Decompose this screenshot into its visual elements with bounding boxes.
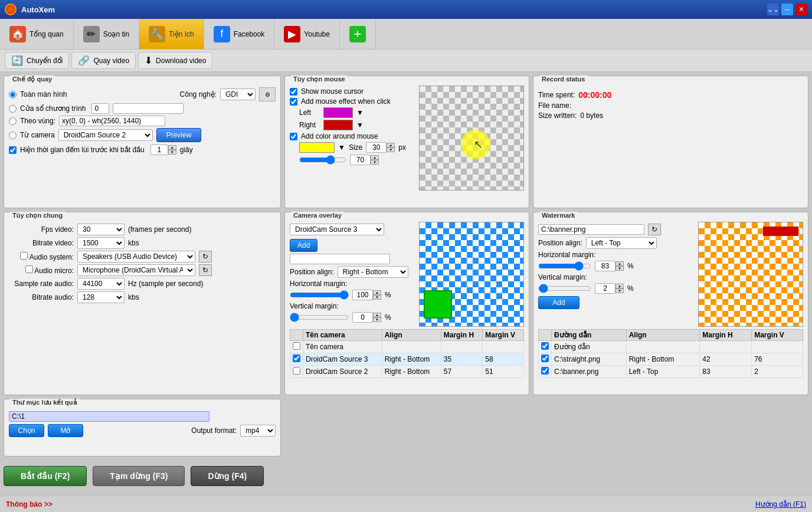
pause-button[interactable]: Tạm dừng (F3) <box>93 466 185 486</box>
add-effect-check[interactable] <box>290 98 297 106</box>
wm-row0-check[interactable] <box>541 342 549 350</box>
wm-hmargin-slider[interactable] <box>538 261 591 271</box>
left-color-dropdown[interactable]: ▼ <box>356 109 364 117</box>
cam-hmargin-input[interactable] <box>352 290 373 300</box>
sample-rate-select[interactable]: 441002205048000 <box>77 278 125 290</box>
nav-youtube[interactable]: ▶ Youtube <box>274 19 340 49</box>
table-row[interactable]: DroidCam Source 3 Right - Bottom 35 58 <box>290 353 524 365</box>
cam-hmargin-up[interactable]: ▲ <box>373 290 381 295</box>
right-color-swatch[interactable] <box>323 120 353 130</box>
choose-folder-button[interactable]: Chọn <box>9 424 44 437</box>
nav-facebook[interactable]: f Facebook <box>204 19 275 49</box>
table-row[interactable]: C:\straight.png Right - Bottom 42 76 <box>539 353 803 365</box>
status-left[interactable]: Thông báo >> <box>6 500 53 508</box>
size-down[interactable]: ▼ <box>387 147 395 152</box>
quayvideo-button[interactable]: 🔗 Quay video <box>71 52 136 69</box>
stop-button[interactable]: Dừng (F4) <box>191 466 264 486</box>
cam-hmargin-down[interactable]: ▼ <box>373 295 381 300</box>
wm-add-button[interactable]: Add <box>538 296 579 309</box>
cam-row2-check[interactable] <box>293 367 300 375</box>
cam-row0-check[interactable] <box>293 342 300 350</box>
folder-path-input[interactable] <box>9 411 209 422</box>
nav-plus[interactable]: + <box>340 19 376 49</box>
countdown-up[interactable]: ▲ <box>168 145 176 150</box>
refresh-audio-sys-btn[interactable]: ↻ <box>199 251 212 262</box>
wm-hmargin-down[interactable]: ▼ <box>615 266 624 271</box>
wm-hmargin-up[interactable]: ▲ <box>615 261 624 266</box>
add-color-check[interactable] <box>290 133 297 140</box>
nav-soantin[interactable]: ✏ Soạn tin <box>74 19 139 49</box>
fullscreen-radio[interactable] <box>9 91 17 99</box>
countdown-check[interactable] <box>9 146 17 154</box>
cam-vmargin-down[interactable]: ▼ <box>373 317 381 322</box>
table-row[interactable]: Tên camera <box>290 340 524 353</box>
cam-position-select[interactable]: Right - BottomLeft - TopCenter - Top <box>338 266 408 278</box>
show-cursor-check[interactable] <box>290 88 297 96</box>
format-select[interactable]: mp4avimkv <box>240 425 276 436</box>
bitrate-select[interactable]: 1500500100020004000 <box>77 237 125 249</box>
wm-vmargin-slider[interactable] <box>538 284 591 293</box>
nav-tienich[interactable]: 🔧 Tiện ích <box>139 19 204 49</box>
chuyendoi-button[interactable]: 🔄 Chuyển đổi <box>5 52 69 69</box>
bitrate-audio-select[interactable]: 12864192256 <box>77 291 125 303</box>
wm-browse-btn[interactable]: ↻ <box>648 224 661 235</box>
cam-vmargin-input[interactable] <box>352 312 373 323</box>
size-up[interactable]: ▲ <box>387 143 395 147</box>
minimize-button[interactable]: ─ <box>781 4 793 15</box>
cam-vmargin-slider[interactable] <box>290 313 349 322</box>
color-dropdown-btn[interactable]: ▼ <box>338 143 345 152</box>
wm-position-select[interactable]: Left - TopCenter - TopRight - TopRight -… <box>586 237 657 249</box>
start-button[interactable]: Bắt đầu (F2) <box>4 466 87 486</box>
window-radio[interactable] <box>9 105 17 113</box>
table-row[interactable]: Đường dẫn <box>539 340 803 353</box>
countdown-down[interactable]: ▼ <box>168 150 176 155</box>
camera-radio[interactable] <box>9 132 17 139</box>
wm-hmargin-unit: % <box>627 262 634 270</box>
audio-sys-select[interactable]: Speakers (USB Audio Device) <box>77 251 195 262</box>
cam-add-button[interactable]: Add <box>290 239 317 252</box>
window-id-input[interactable] <box>91 103 109 114</box>
fps-select[interactable]: 301520242560 <box>77 224 125 235</box>
close-button[interactable]: ✕ <box>795 4 807 15</box>
chevron-button[interactable]: ⌄⌄ <box>767 4 779 15</box>
audio-sys-check[interactable] <box>20 252 28 260</box>
cam-hmargin-slider[interactable] <box>290 290 349 300</box>
camera-select[interactable]: DroidCam Source 2DroidCam Source 3 <box>58 129 153 141</box>
opacity-input[interactable] <box>350 155 371 165</box>
wm-vmargin-input[interactable] <box>595 283 615 294</box>
table-row[interactable]: C:\banner.png Left - Top 83 2 <box>539 365 803 378</box>
help-link[interactable]: Hướng dẫn (F1) <box>755 500 806 508</box>
opacity-down[interactable]: ▼ <box>371 160 379 165</box>
region-radio[interactable] <box>9 117 17 125</box>
wm-file-input[interactable] <box>538 224 644 235</box>
opacity-up[interactable]: ▲ <box>371 155 379 160</box>
right-color-dropdown[interactable]: ▼ <box>356 121 364 129</box>
color-value-swatch[interactable] <box>299 142 335 153</box>
wm-vmargin-up[interactable]: ▲ <box>615 284 624 288</box>
window-name-input[interactable] <box>113 103 184 114</box>
preview-button[interactable]: Preview <box>156 128 202 142</box>
countdown-spinner[interactable]: ▲ ▼ <box>168 145 176 155</box>
wm-row1-check[interactable] <box>541 355 549 362</box>
opacity-slider[interactable] <box>299 155 346 165</box>
downloadvideo-button[interactable]: ⬇ Download video <box>138 52 212 69</box>
cam-vmargin-up[interactable]: ▲ <box>373 313 381 317</box>
nav-tongquan[interactable]: 🏠 Tổng quan <box>0 19 74 49</box>
wm-hmargin-input[interactable] <box>595 261 615 271</box>
left-color-swatch[interactable] <box>323 107 353 118</box>
countdown-input[interactable] <box>150 145 168 155</box>
tech-select[interactable]: GDIDXGIWGC <box>220 88 256 100</box>
open-folder-button[interactable]: Mở <box>48 424 83 437</box>
cam-row1-check[interactable] <box>293 355 300 362</box>
wm-row2-check[interactable] <box>541 367 549 375</box>
region-input[interactable] <box>59 116 165 126</box>
audio-mic-select[interactable]: Microphone (DroidCam Virtual Audio) <box>77 264 195 276</box>
cam-source-select[interactable]: DroidCam Source 3DroidCam Source 2 <box>290 224 384 235</box>
cam-name-input[interactable] <box>290 254 390 264</box>
table-row[interactable]: DroidCam Source 2 Right - Bottom 57 51 <box>290 365 524 378</box>
refresh-audio-mic-btn[interactable]: ↻ <box>199 264 212 276</box>
audio-mic-check[interactable] <box>25 265 33 273</box>
wm-vmargin-down[interactable]: ▼ <box>615 288 624 293</box>
size-input[interactable] <box>366 142 387 153</box>
settings-icon-btn[interactable]: ⚙ <box>259 87 276 101</box>
